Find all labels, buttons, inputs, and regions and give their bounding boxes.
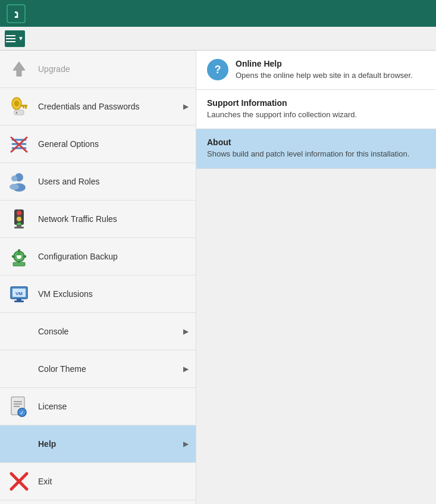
sidebar-item-exit-label: Exit	[38, 477, 189, 486]
svg-point-4	[14, 101, 19, 107]
sidebar-item-console[interactable]: Console ▶	[0, 313, 196, 350]
sidebar-item-backup[interactable]: Configuration Backup	[0, 238, 196, 276]
svg-rect-8	[14, 110, 24, 115]
sidebar-item-credentials[interactable]: Credentials and Passwords ▶	[0, 88, 196, 126]
about-title: About	[207, 137, 425, 147]
online-help-icon: ?	[207, 59, 228, 80]
sidebar: Upgrade Credentials and Passwords ▶	[0, 51, 196, 504]
credentials-arrow-icon: ▶	[183, 102, 189, 111]
svg-point-17	[11, 176, 17, 181]
vm-exclusions-icon: VM	[7, 282, 31, 306]
users-roles-icon	[7, 170, 31, 193]
svg-rect-30	[23, 255, 26, 258]
svg-rect-29	[12, 255, 15, 258]
svg-point-20	[17, 211, 21, 215]
sidebar-item-help-label: Help	[38, 439, 183, 449]
sidebar-item-help[interactable]: Help ▶	[0, 425, 196, 463]
help-arrow-icon: ▶	[183, 440, 189, 448]
svg-rect-7	[23, 107, 24, 108]
about-desc: Shows build and patch level information …	[207, 149, 425, 159]
online-help-title: Online Help	[236, 59, 413, 68]
svg-rect-6	[25, 107, 27, 109]
sidebar-item-users[interactable]: Users and Roles	[0, 163, 196, 201]
support-info-title: Support Information	[207, 98, 425, 108]
support-info-desc: Launches the support info collection wiz…	[207, 109, 425, 120]
sidebar-item-network-label: Network Traffic Rules	[38, 214, 189, 224]
network-traffic-icon	[7, 207, 31, 231]
svg-text:✓: ✓	[20, 410, 24, 416]
menu-chevron-icon: ▼	[18, 35, 24, 42]
sidebar-item-upgrade-label: Upgrade	[38, 64, 189, 74]
svg-point-21	[17, 217, 21, 221]
config-backup-icon	[7, 245, 31, 268]
color-theme-arrow-icon: ▶	[183, 365, 189, 373]
svg-rect-24	[14, 227, 24, 228]
console-arrow-icon: ▶	[183, 327, 189, 336]
svg-marker-2	[13, 62, 25, 76]
svg-rect-9	[16, 112, 17, 114]
svg-text:נ: נ	[14, 8, 18, 20]
sidebar-item-exit[interactable]: Exit	[0, 463, 196, 500]
sidebar-item-console-label: Console	[38, 327, 183, 336]
sidebar-item-license-label: License	[38, 402, 189, 411]
hamburger-icon	[6, 35, 15, 42]
logo-icon: נ	[6, 4, 26, 24]
svg-rect-23	[17, 225, 21, 227]
online-help-header: ? Online Help Opens the online help web …	[207, 59, 425, 81]
menu-button[interactable]: ▼	[5, 30, 25, 47]
toolbar: ▼	[0, 27, 436, 51]
help-placeholder-icon	[7, 432, 31, 456]
svg-rect-37	[14, 300, 24, 302]
sidebar-item-upgrade[interactable]: Upgrade	[0, 51, 196, 88]
sidebar-item-general-label: General Options	[38, 139, 189, 149]
svg-text:VM: VM	[15, 291, 23, 296]
console-placeholder-icon	[7, 320, 31, 343]
help-about-item[interactable]: About Shows build and patch level inform…	[196, 129, 436, 168]
main-content: Upgrade Credentials and Passwords ▶	[0, 51, 436, 504]
sidebar-item-vm[interactable]: VM VM Exclusions	[0, 276, 196, 313]
logo: נ	[5, 2, 27, 25]
right-panel: ? Online Help Opens the online help web …	[196, 51, 436, 504]
general-options-icon	[7, 132, 31, 156]
help-support-item[interactable]: Support Information Launches the support…	[196, 90, 436, 129]
help-online-item[interactable]: ? Online Help Opens the online help web …	[196, 51, 436, 90]
sidebar-item-general[interactable]: General Options	[0, 126, 196, 163]
sidebar-item-color-theme[interactable]: Color Theme ▶	[0, 350, 196, 388]
sidebar-item-backup-label: Configuration Backup	[38, 252, 189, 261]
sidebar-item-users-label: Users and Roles	[38, 177, 189, 186]
exit-icon	[7, 469, 31, 493]
sidebar-item-network[interactable]: Network Traffic Rules	[0, 201, 196, 238]
license-icon: ✓	[7, 395, 31, 418]
svg-rect-36	[17, 299, 21, 300]
online-help-desc: Opens the online help web site in a defa…	[236, 70, 413, 81]
sidebar-item-license[interactable]: ✓ License	[0, 388, 196, 425]
online-help-content: Online Help Opens the online help web si…	[236, 59, 413, 81]
color-theme-placeholder-icon	[7, 357, 31, 381]
credentials-icon	[7, 95, 31, 118]
svg-rect-32	[13, 262, 25, 266]
sidebar-item-credentials-label: Credentials and Passwords	[38, 102, 183, 111]
top-bar: נ	[0, 0, 436, 27]
svg-point-18	[10, 184, 19, 190]
svg-rect-5	[20, 105, 27, 107]
upgrade-icon	[7, 57, 31, 81]
sidebar-item-vm-label: VM Exclusions	[38, 289, 189, 299]
sidebar-item-color-theme-label: Color Theme	[38, 364, 183, 374]
